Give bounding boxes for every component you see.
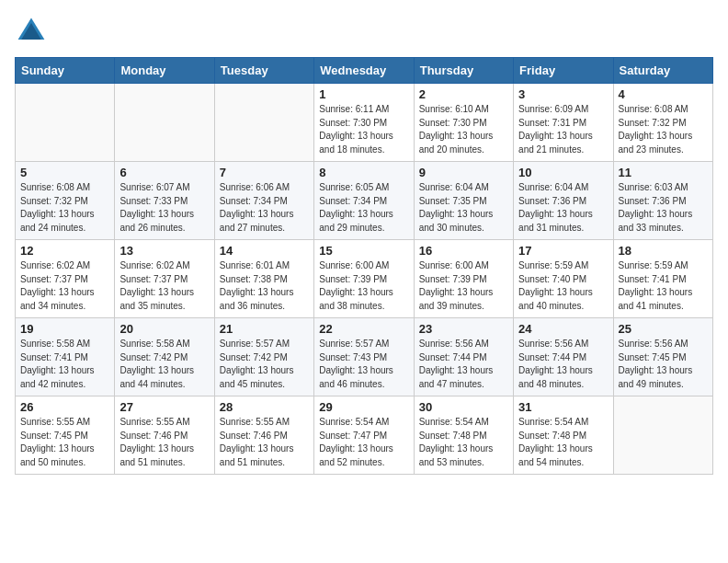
- calendar-cell: 6Sunrise: 6:07 AM Sunset: 7:33 PM Daylig…: [115, 162, 214, 240]
- day-number: 20: [119, 322, 209, 336]
- week-row-5: 26Sunrise: 5:55 AM Sunset: 7:45 PM Dayli…: [16, 396, 713, 475]
- logo: [15, 15, 53, 48]
- day-info: Sunrise: 5:58 AM Sunset: 7:42 PM Dayligh…: [119, 338, 209, 391]
- calendar-cell: 9Sunrise: 6:04 AM Sunset: 7:35 PM Daylig…: [414, 162, 513, 240]
- calendar-cell: 5Sunrise: 6:08 AM Sunset: 7:32 PM Daylig…: [16, 162, 115, 240]
- day-number: 25: [619, 322, 708, 336]
- day-number: 31: [518, 400, 608, 414]
- day-info: Sunrise: 6:07 AM Sunset: 7:33 PM Dayligh…: [119, 181, 209, 235]
- day-info: Sunrise: 6:06 AM Sunset: 7:34 PM Dayligh…: [220, 181, 309, 235]
- calendar-cell: 7Sunrise: 6:06 AM Sunset: 7:34 PM Daylig…: [214, 162, 313, 240]
- calendar-table: SundayMondayTuesdayWednesdayThursdayFrid…: [15, 57, 713, 475]
- weekday-header-thursday: Thursday: [414, 58, 513, 84]
- day-number: 7: [220, 166, 309, 179]
- weekday-header-wednesday: Wednesday: [314, 58, 414, 84]
- day-info: Sunrise: 6:08 AM Sunset: 7:32 PM Dayligh…: [20, 181, 109, 235]
- day-number: 16: [419, 244, 508, 258]
- week-row-4: 19Sunrise: 5:58 AM Sunset: 7:41 PM Dayli…: [16, 318, 713, 396]
- day-number: 24: [518, 322, 608, 336]
- day-number: 2: [419, 87, 508, 101]
- calendar-cell: 28Sunrise: 5:55 AM Sunset: 7:46 PM Dayli…: [214, 396, 313, 475]
- day-info: Sunrise: 6:03 AM Sunset: 7:36 PM Dayligh…: [619, 181, 708, 235]
- calendar-cell: 13Sunrise: 6:02 AM Sunset: 7:37 PM Dayli…: [115, 240, 214, 318]
- day-number: 28: [220, 400, 309, 414]
- day-info: Sunrise: 5:58 AM Sunset: 7:41 PM Dayligh…: [20, 338, 109, 391]
- day-number: 5: [20, 166, 109, 179]
- calendar-cell: 24Sunrise: 5:56 AM Sunset: 7:44 PM Dayli…: [514, 318, 613, 396]
- calendar-cell: 17Sunrise: 5:59 AM Sunset: 7:40 PM Dayli…: [514, 240, 613, 318]
- calendar-cell: 4Sunrise: 6:08 AM Sunset: 7:32 PM Daylig…: [613, 84, 712, 162]
- calendar-cell: 18Sunrise: 5:59 AM Sunset: 7:41 PM Dayli…: [613, 240, 712, 318]
- calendar-cell: 29Sunrise: 5:54 AM Sunset: 7:47 PM Dayli…: [314, 396, 414, 475]
- day-number: 1: [319, 87, 408, 101]
- day-number: 3: [518, 87, 608, 101]
- logo-icon: [15, 15, 48, 48]
- calendar-cell: 10Sunrise: 6:04 AM Sunset: 7:36 PM Dayli…: [514, 162, 613, 240]
- day-info: Sunrise: 5:54 AM Sunset: 7:47 PM Dayligh…: [319, 416, 408, 469]
- day-info: Sunrise: 6:04 AM Sunset: 7:36 PM Dayligh…: [518, 181, 608, 235]
- day-number: 11: [619, 166, 708, 179]
- day-number: 26: [20, 400, 109, 414]
- day-info: Sunrise: 5:59 AM Sunset: 7:40 PM Dayligh…: [518, 259, 608, 313]
- day-info: Sunrise: 6:02 AM Sunset: 7:37 PM Dayligh…: [20, 259, 109, 313]
- calendar-cell: 23Sunrise: 5:56 AM Sunset: 7:44 PM Dayli…: [414, 318, 513, 396]
- day-number: 18: [619, 244, 708, 258]
- weekday-header-saturday: Saturday: [613, 58, 712, 84]
- day-number: 13: [119, 244, 209, 258]
- day-info: Sunrise: 5:56 AM Sunset: 7:45 PM Dayligh…: [619, 338, 708, 391]
- weekday-header-friday: Friday: [514, 58, 613, 84]
- calendar-cell: 27Sunrise: 5:55 AM Sunset: 7:46 PM Dayli…: [115, 396, 214, 475]
- day-info: Sunrise: 6:02 AM Sunset: 7:37 PM Dayligh…: [119, 259, 209, 313]
- day-info: Sunrise: 6:08 AM Sunset: 7:32 PM Dayligh…: [619, 103, 708, 156]
- day-number: 21: [220, 322, 309, 336]
- calendar-cell: 21Sunrise: 5:57 AM Sunset: 7:42 PM Dayli…: [214, 318, 313, 396]
- calendar-cell: 2Sunrise: 6:10 AM Sunset: 7:30 PM Daylig…: [414, 84, 513, 162]
- week-row-3: 12Sunrise: 6:02 AM Sunset: 7:37 PM Dayli…: [16, 240, 713, 318]
- day-info: Sunrise: 6:00 AM Sunset: 7:39 PM Dayligh…: [419, 259, 508, 313]
- day-number: 27: [119, 400, 209, 414]
- day-number: 4: [619, 87, 708, 101]
- day-info: Sunrise: 6:01 AM Sunset: 7:38 PM Dayligh…: [220, 259, 309, 313]
- day-number: 30: [419, 400, 508, 414]
- weekday-header-tuesday: Tuesday: [214, 58, 313, 84]
- day-number: 9: [419, 166, 508, 179]
- calendar-cell: 8Sunrise: 6:05 AM Sunset: 7:34 PM Daylig…: [314, 162, 414, 240]
- day-number: 14: [220, 244, 309, 258]
- weekday-header-sunday: Sunday: [16, 58, 115, 84]
- day-info: Sunrise: 5:56 AM Sunset: 7:44 PM Dayligh…: [518, 338, 608, 391]
- weekday-header-monday: Monday: [115, 58, 214, 84]
- day-number: 8: [319, 166, 408, 179]
- day-info: Sunrise: 6:10 AM Sunset: 7:30 PM Dayligh…: [419, 103, 508, 156]
- day-number: 12: [20, 244, 109, 258]
- day-number: 23: [419, 322, 508, 336]
- calendar-cell: 3Sunrise: 6:09 AM Sunset: 7:31 PM Daylig…: [514, 84, 613, 162]
- week-row-1: 1Sunrise: 6:11 AM Sunset: 7:30 PM Daylig…: [16, 84, 713, 162]
- day-info: Sunrise: 5:55 AM Sunset: 7:46 PM Dayligh…: [119, 416, 209, 469]
- calendar-cell: 22Sunrise: 5:57 AM Sunset: 7:43 PM Dayli…: [314, 318, 414, 396]
- day-info: Sunrise: 6:11 AM Sunset: 7:30 PM Dayligh…: [319, 103, 408, 156]
- day-number: 10: [518, 166, 608, 179]
- day-info: Sunrise: 5:57 AM Sunset: 7:42 PM Dayligh…: [220, 338, 309, 391]
- day-info: Sunrise: 6:00 AM Sunset: 7:39 PM Dayligh…: [319, 259, 408, 313]
- calendar-cell: 1Sunrise: 6:11 AM Sunset: 7:30 PM Daylig…: [314, 84, 414, 162]
- day-number: 15: [319, 244, 408, 258]
- day-number: 6: [119, 166, 209, 179]
- day-info: Sunrise: 5:54 AM Sunset: 7:48 PM Dayligh…: [518, 416, 608, 469]
- day-info: Sunrise: 5:56 AM Sunset: 7:44 PM Dayligh…: [419, 338, 508, 391]
- week-row-2: 5Sunrise: 6:08 AM Sunset: 7:32 PM Daylig…: [16, 162, 713, 240]
- calendar-cell: [16, 84, 115, 162]
- calendar-cell: 14Sunrise: 6:01 AM Sunset: 7:38 PM Dayli…: [214, 240, 313, 318]
- calendar-cell: 25Sunrise: 5:56 AM Sunset: 7:45 PM Dayli…: [613, 318, 712, 396]
- day-info: Sunrise: 5:59 AM Sunset: 7:41 PM Dayligh…: [619, 259, 708, 313]
- day-number: 22: [319, 322, 408, 336]
- day-number: 19: [20, 322, 109, 336]
- calendar-cell: 11Sunrise: 6:03 AM Sunset: 7:36 PM Dayli…: [613, 162, 712, 240]
- weekday-header-row: SundayMondayTuesdayWednesdayThursdayFrid…: [16, 58, 713, 84]
- day-info: Sunrise: 5:55 AM Sunset: 7:46 PM Dayligh…: [220, 416, 309, 469]
- calendar-cell: 30Sunrise: 5:54 AM Sunset: 7:48 PM Dayli…: [414, 396, 513, 475]
- day-info: Sunrise: 6:04 AM Sunset: 7:35 PM Dayligh…: [419, 181, 508, 235]
- calendar-cell: 16Sunrise: 6:00 AM Sunset: 7:39 PM Dayli…: [414, 240, 513, 318]
- day-info: Sunrise: 5:57 AM Sunset: 7:43 PM Dayligh…: [319, 338, 408, 391]
- day-info: Sunrise: 6:05 AM Sunset: 7:34 PM Dayligh…: [319, 181, 408, 235]
- day-info: Sunrise: 5:55 AM Sunset: 7:45 PM Dayligh…: [20, 416, 109, 469]
